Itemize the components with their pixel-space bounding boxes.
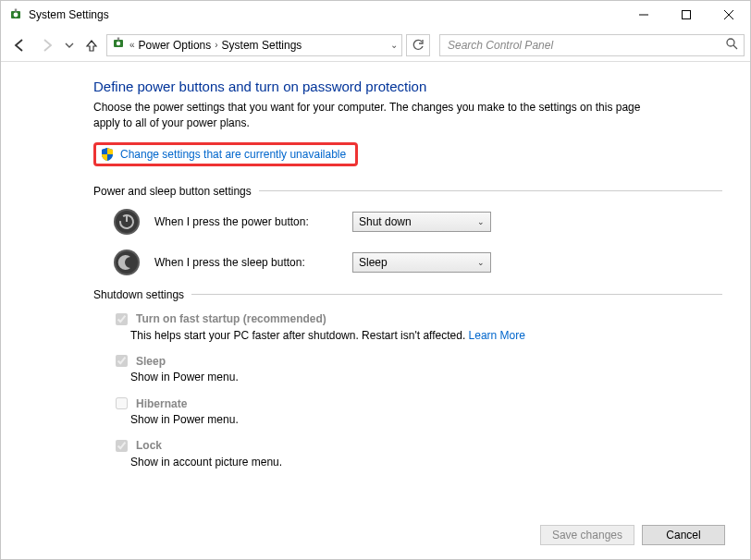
- checkbox-desc: This helps start your PC faster after sh…: [130, 329, 469, 342]
- forward-button: [34, 32, 60, 58]
- select-value: Shut down: [359, 215, 412, 228]
- svg-point-1: [14, 13, 18, 18]
- chevron-down-icon: ⌄: [477, 258, 485, 267]
- section-label: Shutdown settings: [93, 288, 184, 301]
- sleep-checkbox: [116, 355, 128, 367]
- fast-startup-checkbox: [116, 313, 128, 325]
- learn-more-link[interactable]: Learn More: [469, 329, 525, 342]
- divider: [191, 294, 722, 295]
- minimize-button[interactable]: [622, 1, 665, 29]
- page-heading: Define power buttons and turn on passwor…: [93, 79, 722, 94]
- sleep-button-label: When I press the sleep button:: [154, 256, 339, 269]
- search-box[interactable]: [439, 34, 745, 56]
- up-button[interactable]: [79, 32, 105, 58]
- divider: [259, 190, 722, 191]
- checkbox-label: Lock: [136, 439, 162, 452]
- section-shutdown: Shutdown settings: [93, 288, 722, 301]
- hibernate-checkbox: [116, 397, 128, 409]
- checkbox-desc: Show in account picture menu.: [130, 455, 722, 470]
- section-power-sleep: Power and sleep button settings: [93, 185, 722, 198]
- address-dropdown-icon[interactable]: ⌄: [390, 40, 398, 50]
- close-button[interactable]: [708, 1, 750, 29]
- fast-startup-option: Turn on fast startup (recommended) This …: [112, 310, 722, 344]
- app-icon: [8, 7, 23, 22]
- change-settings-highlight: Change settings that are currently unava…: [93, 142, 358, 166]
- select-value: Sleep: [359, 256, 388, 269]
- breadcrumb-segment[interactable]: System Settings: [222, 39, 302, 52]
- titlebar: System Settings: [1, 1, 750, 29]
- section-label: Power and sleep button settings: [93, 185, 252, 198]
- checkbox-desc: Show in Power menu.: [130, 370, 722, 385]
- recent-dropdown[interactable]: [62, 32, 77, 58]
- refresh-button[interactable]: [406, 34, 430, 56]
- sleep-option: Sleep Show in Power menu.: [112, 352, 722, 385]
- content-area: Define power buttons and turn on passwor…: [1, 62, 750, 535]
- chevron-left-icon: «: [129, 40, 135, 50]
- cancel-button[interactable]: Cancel: [642, 525, 725, 545]
- lock-option: Lock Show in account picture menu.: [112, 437, 722, 470]
- navbar: « Power Options › System Settings ⌄: [1, 29, 750, 62]
- page-subtext: Choose the power settings that you want …: [93, 100, 648, 131]
- power-button-label: When I press the power button:: [154, 215, 339, 228]
- control-panel-icon: [111, 36, 126, 54]
- footer-buttons: Save changes Cancel: [540, 525, 725, 545]
- breadcrumb-segment[interactable]: Power Options: [139, 39, 212, 52]
- checkbox-desc: Show in Power menu.: [130, 412, 722, 428]
- back-button[interactable]: [6, 32, 32, 58]
- chevron-right-icon: ›: [215, 40, 217, 50]
- checkbox-label: Turn on fast startup (recommended): [136, 312, 326, 325]
- sleep-button-row: When I press the sleep button: Sleep ⌄: [112, 248, 722, 277]
- window-title: System Settings: [29, 8, 109, 21]
- change-settings-link[interactable]: Change settings that are currently unava…: [120, 148, 346, 161]
- save-button: Save changes: [540, 525, 634, 545]
- maximize-button[interactable]: [665, 1, 708, 29]
- svg-rect-9: [117, 38, 119, 41]
- chevron-down-icon: ⌄: [477, 217, 485, 226]
- checkbox-label: Hibernate: [136, 397, 187, 410]
- checkbox-label: Sleep: [136, 355, 166, 368]
- svg-rect-2: [15, 9, 17, 12]
- sleep-button-select[interactable]: Sleep ⌄: [352, 252, 491, 273]
- svg-rect-4: [683, 11, 691, 19]
- svg-point-10: [727, 39, 734, 46]
- power-button-select[interactable]: Shut down ⌄: [352, 212, 491, 232]
- search-input[interactable]: [446, 38, 725, 53]
- svg-line-11: [733, 45, 737, 49]
- hibernate-option: Hibernate Show in Power menu.: [112, 395, 722, 428]
- address-bar[interactable]: « Power Options › System Settings ⌄: [106, 34, 402, 56]
- power-icon: [112, 207, 142, 237]
- svg-point-8: [117, 42, 120, 45]
- search-icon[interactable]: [725, 37, 738, 53]
- lock-checkbox: [116, 440, 128, 452]
- shield-icon: [100, 147, 115, 162]
- power-button-row: When I press the power button: Shut down…: [112, 207, 722, 237]
- sleep-icon: [112, 248, 142, 277]
